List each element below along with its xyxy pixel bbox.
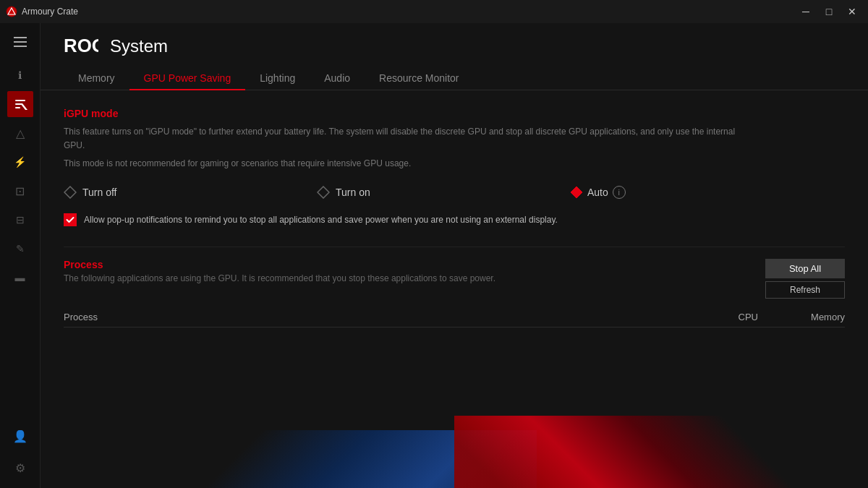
igpu-section: iGPU mode This feature turns on "iGPU mo… — [64, 108, 845, 226]
table-header: Process CPU Memory — [64, 307, 845, 328]
radio-turn-off[interactable]: Turn off — [64, 186, 317, 199]
maximize-button[interactable]: □ — [819, 4, 839, 19]
table-header-memory: Memory — [758, 312, 845, 322]
sidebar: ℹ △ ⚡ ⊡ ⊟ ✎ ▬ 👤 ⚙ — [0, 23, 41, 488]
stop-all-button[interactable]: Stop All — [765, 259, 845, 278]
radio-turn-on[interactable]: Turn on — [317, 186, 570, 199]
igpu-radio-group: Turn off Turn on — [64, 186, 845, 199]
process-title: Process — [64, 259, 495, 270]
radio-auto-label: Auto — [587, 187, 608, 198]
svg-rect-5 — [15, 107, 20, 108]
info-icon[interactable]: i — [613, 186, 626, 199]
sidebar-hamburger[interactable] — [7, 29, 33, 55]
svg-text:ROG: ROG — [64, 35, 98, 56]
process-description: The following applications are using the… — [64, 273, 495, 283]
radio-turn-off-label: Turn off — [82, 187, 116, 198]
rog-logo: ROG — [64, 35, 98, 58]
titlebar-controls: ─ □ ✕ — [796, 4, 862, 19]
process-buttons: Stop All Refresh — [765, 259, 845, 299]
svg-marker-9 — [571, 187, 582, 198]
process-table: Process CPU Memory — [64, 307, 845, 328]
refresh-button[interactable]: Refresh — [765, 281, 845, 299]
radio-turn-on-label: Turn on — [336, 187, 370, 198]
svg-marker-4 — [20, 103, 27, 110]
notification-checkbox-label: Allow pop-up notifications to remind you… — [84, 215, 558, 225]
sidebar-item-sliders[interactable]: ⊟ — [7, 207, 33, 233]
tab-gpu-power-saving[interactable]: GPU Power Saving — [129, 67, 246, 90]
process-header: Process The following applications are u… — [64, 259, 845, 299]
close-button[interactable]: ✕ — [842, 4, 862, 19]
section-divider — [64, 247, 845, 247]
sidebar-item-info[interactable]: ℹ — [7, 62, 33, 88]
sidebar-item-pen[interactable]: ✎ — [7, 236, 33, 262]
sidebar-item-settings[interactable]: ⚙ — [7, 455, 33, 481]
notification-checkbox[interactable] — [64, 213, 77, 226]
main-content: iGPU mode This feature turns on "iGPU mo… — [41, 90, 868, 488]
svg-rect-2 — [15, 100, 25, 101]
igpu-title: iGPU mode — [64, 108, 845, 119]
sidebar-item-display[interactable]: ▬ — [7, 265, 33, 291]
diamond-radio-auto — [570, 186, 583, 199]
sidebar-item-user[interactable]: 👤 — [7, 423, 33, 449]
app-title: Armoury Crate — [22, 7, 796, 17]
page-title: System — [110, 36, 168, 56]
igpu-description-2: This mode is not recommended for gaming … — [64, 157, 751, 171]
tabs: Memory GPU Power Saving Lighting Audio R… — [41, 67, 868, 90]
sidebar-item-lightning[interactable]: ⚡ — [7, 149, 33, 175]
tab-audio[interactable]: Audio — [310, 67, 365, 90]
content-area: ROG System Memory GPU Power Saving Light… — [41, 23, 868, 488]
diamond-radio-turn-off — [64, 186, 77, 199]
sidebar-item-triangle[interactable]: △ — [7, 120, 33, 146]
tab-memory[interactable]: Memory — [64, 67, 129, 90]
sidebar-bottom: 👤 ⚙ — [7, 421, 33, 482]
titlebar: Armoury Crate ─ □ ✕ — [0, 0, 868, 23]
svg-marker-8 — [318, 187, 329, 198]
minimize-button[interactable]: ─ — [796, 4, 816, 19]
sidebar-item-rog[interactable] — [7, 91, 33, 117]
table-header-cpu: CPU — [686, 312, 758, 322]
process-info: Process The following applications are u… — [64, 259, 495, 283]
svg-marker-7 — [64, 187, 76, 198]
tab-resource-monitor[interactable]: Resource Monitor — [365, 67, 474, 90]
tab-lighting[interactable]: Lighting — [245, 67, 310, 90]
app-icon — [6, 6, 17, 17]
sidebar-item-gamepad[interactable]: ⊡ — [7, 178, 33, 204]
main-layout: ℹ △ ⚡ ⊡ ⊟ ✎ ▬ 👤 ⚙ ROG Sy — [0, 23, 868, 488]
igpu-description-1: This feature turns on "iGPU mode" to fur… — [64, 125, 751, 153]
header: ROG System — [41, 23, 868, 58]
notification-checkbox-row[interactable]: Allow pop-up notifications to remind you… — [64, 213, 845, 226]
diamond-radio-turn-on — [317, 186, 330, 199]
table-header-process: Process — [64, 312, 686, 322]
radio-auto-container[interactable]: Auto i — [570, 186, 626, 199]
